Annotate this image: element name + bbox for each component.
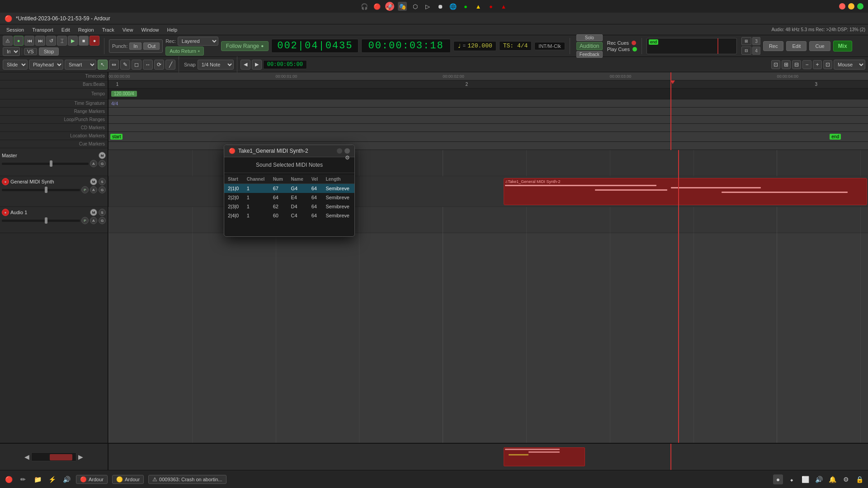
punch-in-button[interactable]: In	[129, 42, 142, 50]
table-row[interactable]: 2|3|0 1 62 D4 64 Semibreve	[224, 202, 354, 211]
instrument-solo-button[interactable]: S	[99, 178, 106, 185]
cue-large-button[interactable]: Cue	[809, 41, 830, 51]
punch-out-button[interactable]: Out	[143, 42, 160, 50]
master-fader-thumb[interactable]	[50, 160, 52, 167]
tempo-value[interactable]: 120.000/4	[111, 91, 137, 97]
audio-g-button[interactable]: G	[99, 217, 106, 224]
dialog-minimize-button[interactable]	[337, 148, 342, 154]
dialog-settings-icon[interactable]: ⚙	[345, 155, 350, 161]
audio-fader-thumb[interactable]	[45, 217, 47, 224]
status-icon-0[interactable]: 🔴	[4, 474, 14, 484]
draw-tool[interactable]: ✎	[120, 60, 130, 70]
rec-large-button[interactable]: Rec	[763, 41, 784, 51]
master-mute-button[interactable]: M	[99, 152, 106, 159]
bpm-display[interactable]: ♩ = 120.000	[453, 41, 496, 51]
rec-mode-select[interactable]: Layered	[178, 37, 218, 46]
menu-session[interactable]: Session	[3, 26, 28, 33]
goto-end-button[interactable]: ⏭	[35, 36, 45, 46]
close-button[interactable]	[839, 3, 845, 9]
status-right-icon-2[interactable]: ⬜	[800, 474, 810, 484]
grid-view2-icon[interactable]: ⊟	[741, 47, 751, 55]
crash-indicator[interactable]: ⚠ 0009363: Crash on abortin...	[148, 475, 226, 484]
solo-button[interactable]: Solo	[576, 34, 603, 41]
stop-button[interactable]: ■	[79, 36, 89, 46]
mouse-mode-select[interactable]: Mouse	[834, 60, 865, 70]
rec-arm-button[interactable]: ●	[14, 36, 24, 46]
clock-display[interactable]: 00:00:03:18	[361, 39, 450, 53]
scroll-right-button[interactable]: ▶	[78, 453, 83, 460]
auto-return-button[interactable]: Auto Return ●	[165, 47, 204, 56]
maximize-button[interactable]	[857, 3, 863, 9]
instrument-fader-thumb[interactable]	[45, 187, 47, 193]
loop-button[interactable]: ↺	[46, 36, 56, 46]
table-row[interactable]: 2|4|0 1 60 C4 64 Semibreve	[224, 211, 354, 220]
dialog-close-button[interactable]	[344, 148, 350, 154]
instrument-rec-button[interactable]: ●	[2, 178, 9, 185]
master-track-content[interactable]	[108, 150, 868, 176]
menu-track[interactable]: Track	[99, 26, 118, 33]
zoom-range-button[interactable]: ⊡	[823, 60, 832, 69]
note-select[interactable]: 1/4 Note	[198, 60, 234, 70]
slide-select[interactable]: Slide	[3, 60, 28, 70]
audio-p-button[interactable]: P	[81, 217, 89, 224]
instrument-mute-button[interactable]: M	[90, 178, 97, 185]
record-button[interactable]: ●	[90, 36, 99, 46]
audio-rec-button[interactable]: ●	[2, 209, 9, 216]
minimap-scrollbar[interactable]	[31, 452, 76, 461]
trim-tool[interactable]: ╱	[165, 60, 175, 70]
midi-panic-button[interactable]: ⚠	[3, 36, 13, 46]
zoom-shrink-button[interactable]: ⊟	[792, 60, 801, 69]
status-right-icon-3[interactable]: 🔊	[814, 474, 824, 484]
instrument-g-button[interactable]: G	[99, 186, 106, 193]
audio-a-button[interactable]: A	[90, 217, 97, 224]
status-icon-3[interactable]: ⚡	[47, 474, 57, 484]
scroll-left-button[interactable]: ◀	[24, 453, 29, 460]
playhead-select[interactable]: Playhead	[29, 60, 63, 70]
smart-select[interactable]: Smart	[65, 60, 96, 70]
status-right-icon-4[interactable]: 🔔	[827, 474, 837, 484]
table-row[interactable]: 2|2|0 1 64 E4 64 Semibreve	[224, 193, 354, 202]
instrument-p-button[interactable]: P	[81, 186, 89, 193]
status-right-icon-0[interactable]: ●	[773, 474, 783, 484]
follow-range-button[interactable]: Follow Range ●	[221, 41, 269, 51]
menu-region[interactable]: Region	[75, 26, 98, 33]
midi-region[interactable]: ♫Take1_General MIDI Synth-2	[504, 178, 867, 205]
mix-large-button[interactable]: Mix	[833, 41, 852, 52]
master-fader-bar[interactable]	[2, 163, 89, 165]
window-controls[interactable]	[839, 3, 863, 9]
minimap-thumb[interactable]	[50, 454, 72, 460]
stretch-tool[interactable]: ↔	[143, 60, 153, 70]
menu-help[interactable]: Help	[164, 26, 181, 33]
cursor-tool[interactable]: ↖	[98, 60, 108, 70]
audio-fader-bar[interactable]	[2, 220, 80, 222]
punch-button[interactable]: ⌶	[57, 36, 67, 46]
master-g-button[interactable]: G	[99, 160, 106, 167]
status-icon-4[interactable]: 🔊	[61, 474, 71, 484]
grid-view-icon[interactable]: ⊞	[741, 37, 751, 45]
bottom-minimap[interactable]	[108, 444, 868, 470]
start-marker[interactable]: start	[110, 134, 123, 140]
instrument-a-button[interactable]: A	[90, 186, 97, 193]
sync-display[interactable]: INT/M-Clk	[534, 42, 565, 50]
erase-tool[interactable]: ◻	[132, 60, 142, 70]
stop-label-button[interactable]: Stop	[39, 47, 59, 56]
timecode-display[interactable]: 002|04|0435	[271, 39, 359, 53]
zoom-full-button[interactable]: ⊞	[782, 60, 791, 69]
status-right-icon-1[interactable]: ⬥	[787, 474, 797, 484]
zoom-fit-button[interactable]: ⊡	[771, 60, 780, 69]
next-nav-button[interactable]: ▶	[252, 60, 262, 70]
menu-window[interactable]: Window	[137, 26, 162, 33]
menu-transport[interactable]: Transport	[28, 26, 57, 33]
vs-button[interactable]: VS	[24, 48, 37, 55]
play-button[interactable]: ▶	[68, 36, 78, 46]
instrument-fader-bar[interactable]	[2, 189, 80, 191]
audition-button[interactable]: Audition	[576, 42, 603, 50]
minimize-button[interactable]	[848, 3, 854, 9]
audition-tool[interactable]: ⟳	[154, 60, 164, 70]
prev-nav-button[interactable]: ◀	[241, 60, 250, 70]
goto-start-button[interactable]: ⏮	[24, 36, 34, 46]
audio-mute-button[interactable]: M	[90, 209, 97, 216]
table-row[interactable]: 2|1|0 1 67 G4 64 Semibreve	[224, 184, 354, 193]
feedback-button[interactable]: Feedback	[576, 51, 603, 58]
audio-track-content[interactable]	[108, 207, 868, 233]
